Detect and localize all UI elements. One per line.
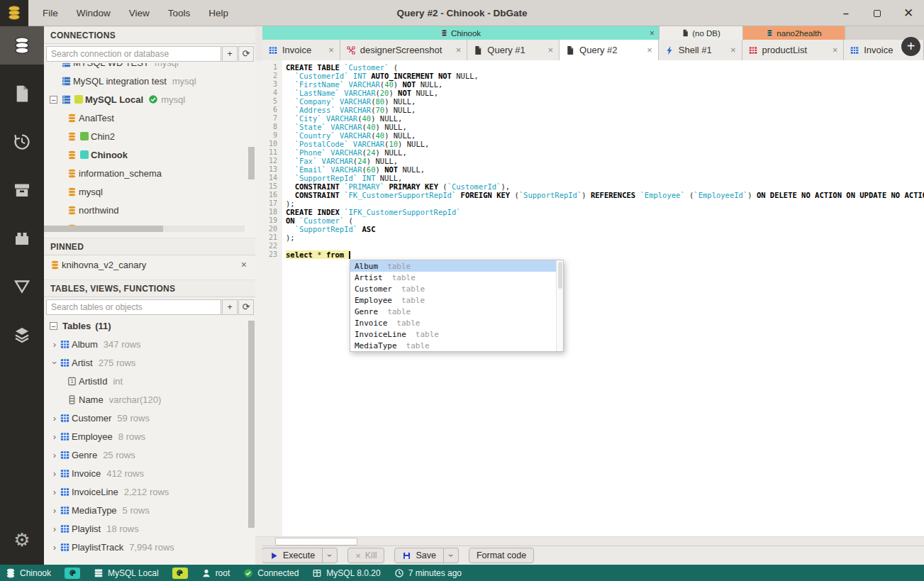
table-item[interactable]: ›Album347 rows	[44, 335, 255, 353]
execute-button[interactable]: Execute	[262, 548, 323, 563]
table-item[interactable]: ›Employee8 rows	[44, 427, 255, 446]
collapse-expander[interactable]: –	[50, 96, 57, 104]
autocomplete-item-invoice[interactable]: Invoicetable	[350, 317, 563, 328]
tab-designerscreenshot[interactable]: designerScreenshot×	[340, 40, 468, 60]
chevron-right-icon[interactable]: ›	[50, 524, 60, 534]
unpin-close-icon[interactable]: ×	[241, 259, 247, 270]
table-item[interactable]: ›Artist275 rows	[44, 353, 255, 372]
menu-file[interactable]: File	[35, 5, 65, 21]
autocomplete-item-invoiceline[interactable]: InvoiceLinetable	[350, 328, 563, 340]
save-dropdown-button[interactable]: ›	[444, 548, 459, 563]
activity-database-icon[interactable]	[0, 26, 44, 65]
editor-hscrollbar[interactable]	[255, 536, 924, 546]
tab-query-1[interactable]: Query #1×	[467, 40, 560, 60]
connection-item[interactable]: MYSQL WD TESTmysql	[44, 63, 255, 72]
chevron-right-icon[interactable]: ›	[50, 468, 60, 479]
chevron-right-icon[interactable]: ›	[50, 339, 60, 350]
activity-filter-triangle-icon[interactable]	[0, 267, 44, 306]
menu-tools[interactable]: Tools	[161, 5, 198, 21]
autocomplete-item-album[interactable]: Albumtable	[350, 260, 563, 272]
format-code-button[interactable]: Format code	[469, 548, 534, 563]
activity-history-icon[interactable]	[0, 123, 44, 161]
table-item[interactable]: ›InvoiceLine2,212 rows	[44, 482, 255, 501]
close-tab-icon[interactable]: ×	[827, 45, 838, 55]
menu-view[interactable]: View	[122, 5, 157, 21]
connection-item[interactable]: –MySQL Localmysql	[44, 90, 255, 109]
tables-search-input[interactable]	[46, 299, 221, 315]
autocomplete-item-mediatype[interactable]: MediaTypetable	[350, 340, 563, 351]
maximize-button[interactable]	[872, 8, 883, 19]
chevron-down-icon[interactable]: ›	[50, 358, 60, 367]
execute-dropdown-button[interactable]: ›	[323, 548, 338, 563]
tab-group-nano2health[interactable]: nano2health	[743, 26, 845, 40]
database-item[interactable]: northwind	[44, 201, 255, 219]
autocomplete-item-genre[interactable]: Genretable	[350, 306, 563, 317]
close-button[interactable]: ✕	[903, 8, 914, 19]
kill-button[interactable]: × Kill	[347, 548, 384, 563]
tab-group--no-db-[interactable]: (no DB)	[659, 26, 743, 40]
activity-archive-icon[interactable]	[0, 171, 44, 209]
connections-search-input[interactable]	[46, 46, 221, 62]
refresh-connections-button[interactable]: ⟳	[238, 46, 254, 62]
chevron-right-icon[interactable]: ›	[50, 487, 60, 497]
collapse-expander[interactable]: –	[50, 322, 57, 330]
tab-productlist[interactable]: productList×	[742, 40, 845, 60]
table-item[interactable]: ›Customer59 rows	[44, 409, 255, 427]
database-item[interactable]: mysql	[44, 182, 255, 201]
table-item[interactable]: ›Playlist18 rows	[44, 519, 255, 538]
autocomplete-item-artist[interactable]: Artisttable	[350, 272, 563, 283]
add-table-button[interactable]: +	[222, 299, 238, 315]
database-item[interactable]: Chin2	[44, 127, 255, 145]
code-line: `Phone` VARCHAR(24) NULL,	[286, 148, 924, 157]
table-item[interactable]: ›Genre25 rows	[44, 446, 255, 464]
tables-vscrollbar[interactable]	[248, 321, 255, 528]
autocomplete-item-customer[interactable]: Customertable	[350, 283, 563, 294]
chevron-right-icon[interactable]: ›	[50, 431, 60, 442]
close-tab-icon[interactable]: ×	[323, 45, 334, 55]
menu-help[interactable]: Help	[201, 5, 235, 21]
chevron-right-icon[interactable]: ›	[50, 413, 60, 424]
suggestion-name: Album	[355, 262, 378, 271]
connection-item[interactable]: MySQL integration testmysql	[44, 72, 255, 90]
close-tab-icon[interactable]: ×	[725, 45, 736, 55]
line-number: 4	[255, 89, 282, 97]
close-tab-icon[interactable]: ×	[542, 45, 553, 55]
column-item[interactable]: Namevarchar(120)	[44, 390, 255, 409]
autocomplete-scrollbar[interactable]	[556, 260, 563, 351]
activity-layers-icon[interactable]	[0, 316, 44, 354]
menu-window[interactable]: Window	[69, 5, 118, 21]
tab-group-chinook[interactable]: Chinook×	[262, 26, 659, 40]
column-item[interactable]: 1ArtistIdint	[44, 372, 255, 390]
tab-query-2[interactable]: Query #2×	[560, 40, 659, 60]
database-item[interactable]: AnalTest	[44, 109, 255, 127]
activity-settings-icon[interactable]: ⚙	[0, 521, 44, 559]
add-connection-button[interactable]: +	[222, 46, 238, 62]
suggestion-name: Invoice	[355, 319, 387, 328]
chevron-right-icon[interactable]: ›	[50, 542, 60, 553]
activity-file-icon[interactable]	[0, 74, 44, 113]
chevron-right-icon[interactable]: ›	[50, 505, 60, 516]
close-group-icon[interactable]: ×	[650, 28, 655, 38]
activity-plugins-icon[interactable]	[0, 219, 44, 258]
new-tab-button[interactable]: +	[901, 37, 920, 56]
close-tab-icon[interactable]: ×	[641, 45, 652, 55]
table-item[interactable]: ›MediaType5 rows	[44, 501, 255, 519]
database-item[interactable]: information_schema	[44, 164, 255, 182]
save-button[interactable]: Save	[394, 548, 444, 563]
refresh-tables-button[interactable]: ⟳	[238, 299, 254, 315]
tab-invoice[interactable]: Invoice×	[262, 40, 340, 60]
palette-badge[interactable]	[172, 568, 188, 579]
autocomplete-item-employee[interactable]: Employeetable	[350, 294, 563, 306]
table-item[interactable]: ›PlaylistTrack7,994 rows	[44, 538, 255, 556]
tables-folder[interactable]: –Tables(11)	[44, 316, 255, 335]
pinned-item[interactable]: knihovna_v2_canary×	[44, 255, 255, 274]
tab-shell-1[interactable]: Shell #1×	[659, 40, 742, 60]
close-tab-icon[interactable]: ×	[450, 45, 462, 55]
palette-badge[interactable]	[65, 568, 80, 579]
connections-vscrollbar[interactable]	[248, 147, 255, 179]
table-item[interactable]: ›Invoice412 rows	[44, 464, 255, 482]
database-item[interactable]: Chinook	[44, 145, 255, 164]
connections-hscrollbar[interactable]	[44, 226, 245, 232]
minimize-button[interactable]: –	[840, 8, 852, 19]
chevron-right-icon[interactable]: ›	[50, 450, 60, 460]
